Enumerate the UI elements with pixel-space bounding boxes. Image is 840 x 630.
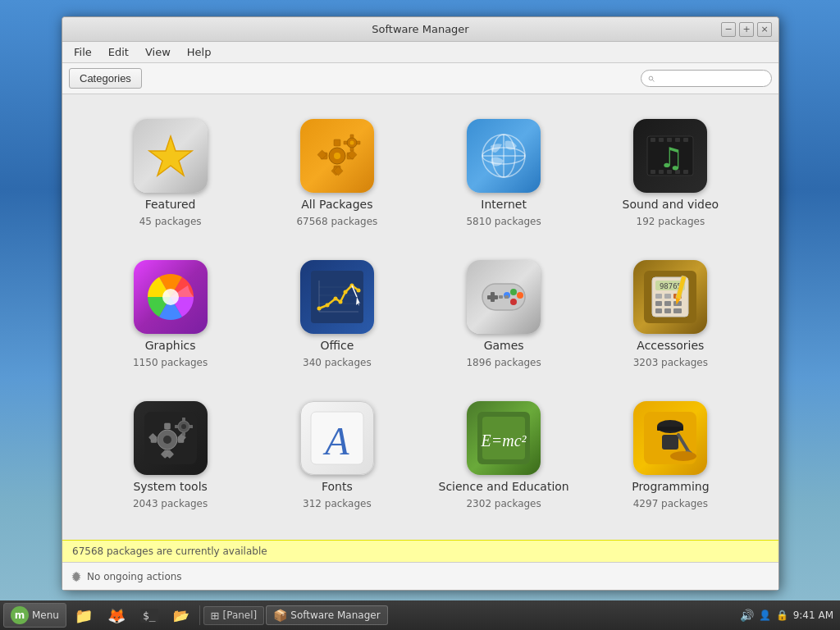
category-icon-science-education: E=mc² — [467, 401, 541, 475]
window-title: Software Manager — [69, 23, 772, 35]
svg-rect-34 — [683, 170, 688, 174]
svg-point-57 — [510, 299, 517, 305]
titlebar-controls: − + × — [721, 22, 772, 37]
category-item-featured[interactable]: Featured 45 packages — [95, 111, 245, 235]
category-item-graphics[interactable]: Graphics 1150 packages — [95, 252, 245, 377]
category-item-programming[interactable]: Programming 4297 packages — [596, 393, 746, 518]
menu-view[interactable]: View — [139, 44, 177, 60]
svg-rect-101 — [662, 435, 678, 450]
category-name-system-tools: System tools — [133, 480, 207, 493]
minimize-button[interactable]: − — [721, 22, 736, 37]
svg-point-78 — [163, 436, 171, 444]
app-icon: 📦 — [273, 609, 287, 622]
category-icon-accessories: 98765 — [633, 260, 707, 334]
maximize-button[interactable]: + — [739, 22, 754, 37]
network-icon[interactable]: 🔊 — [740, 609, 754, 622]
svg-rect-54 — [487, 295, 498, 299]
category-item-office[interactable]: Office 340 packages — [262, 252, 412, 377]
software-manager-window: Software Manager − + × File Edit View He… — [62, 16, 779, 591]
taskbar: m Menu 📁 🦊 $_ 📂 ⊞ [Panel] 📦 Software Man… — [0, 600, 840, 630]
search-input[interactable] — [658, 72, 765, 84]
firefox-icon: 🦊 — [107, 607, 126, 624]
svg-point-50 — [356, 289, 360, 293]
svg-rect-68 — [655, 301, 662, 306]
category-count-featured: 45 packages — [139, 216, 202, 227]
svg-point-14 — [349, 141, 354, 145]
category-icon-fonts: A — [300, 401, 374, 475]
close-button[interactable]: × — [757, 22, 772, 37]
taskbar-terminal-button[interactable]: $_ — [134, 606, 165, 625]
category-name-science-education: Science and Education — [439, 480, 569, 493]
svg-rect-65 — [655, 294, 662, 299]
toolbar: Categories — [62, 63, 778, 94]
category-name-programming: Programming — [632, 480, 709, 493]
taskbar-filemanager-button[interactable]: 📁 — [68, 605, 99, 627]
svg-rect-73 — [673, 308, 682, 313]
svg-point-44 — [317, 307, 321, 311]
svg-point-48 — [343, 290, 347, 294]
taskbar-panel-button[interactable]: ⊞ [Panel] — [203, 606, 265, 625]
svg-point-45 — [325, 304, 329, 308]
category-count-graphics: 1150 packages — [133, 357, 208, 368]
category-count-all-packages: 67568 packages — [296, 216, 377, 227]
category-item-science-education[interactable]: E=mc² Science and Education 2302 package… — [429, 393, 579, 518]
gear-icon — [71, 571, 82, 582]
category-item-fonts[interactable]: A Fonts 312 packages — [262, 393, 412, 518]
svg-rect-16 — [350, 148, 354, 151]
taskbar-separator-1 — [199, 605, 200, 625]
menu-edit[interactable]: Edit — [102, 44, 135, 60]
svg-text:A: A — [322, 419, 349, 463]
svg-rect-79 — [164, 423, 170, 429]
category-grid: Featured 45 packages — [95, 111, 746, 518]
svg-point-88 — [181, 424, 186, 429]
category-name-sound-video: Sound and video — [623, 198, 719, 211]
categories-button[interactable]: Categories — [69, 68, 142, 89]
category-item-sound-video[interactable]: ♫ Sound and video 192 packages — [596, 111, 746, 235]
svg-point-0 — [649, 76, 653, 80]
volume-icon[interactable]: 🔒 — [776, 609, 788, 621]
svg-rect-69 — [664, 301, 671, 306]
category-item-games[interactable]: Games 1896 packages — [429, 252, 579, 377]
taskbar-app-label: Software Manager — [290, 609, 380, 621]
svg-point-47 — [338, 300, 342, 304]
category-icon-programming — [633, 401, 707, 475]
svg-rect-60 — [504, 295, 509, 299]
svg-rect-100 — [657, 427, 683, 431]
svg-rect-91 — [175, 425, 178, 428]
category-count-sound-video: 192 packages — [637, 216, 705, 227]
terminal-icon: $_ — [140, 609, 158, 623]
taskbar-menu-button[interactable]: m Menu — [3, 603, 66, 628]
category-item-internet[interactable]: Internet 5810 packages — [429, 111, 579, 235]
mint-logo: m — [11, 606, 29, 624]
taskbar-active-app[interactable]: 📦 Software Manager — [266, 605, 387, 625]
svg-point-4 — [334, 153, 340, 159]
svg-rect-59 — [499, 295, 503, 299]
svg-rect-66 — [664, 294, 671, 299]
category-icon-internet — [467, 119, 541, 193]
svg-point-104 — [670, 451, 696, 461]
bottom-status: No ongoing actions — [87, 571, 182, 582]
category-icon-graphics — [134, 260, 208, 334]
svg-rect-25 — [651, 138, 655, 142]
svg-point-56 — [517, 292, 523, 299]
category-name-all-packages: All Packages — [301, 198, 372, 211]
category-name-games: Games — [484, 339, 524, 352]
category-item-system-tools[interactable]: System tools 2043 packages — [95, 393, 245, 518]
panel-label: [Panel] — [223, 609, 258, 621]
taskbar-files-button[interactable]: 📂 — [167, 605, 196, 626]
category-count-science-education: 2302 packages — [466, 498, 541, 509]
category-item-all-packages[interactable]: All Packages 67568 packages — [262, 111, 412, 235]
bottom-bar: No ongoing actions — [62, 562, 778, 590]
menu-file[interactable]: File — [67, 44, 98, 60]
svg-point-37 — [162, 289, 179, 305]
category-name-fonts: Fonts — [322, 480, 353, 493]
taskbar-firefox-button[interactable]: 🦊 — [101, 605, 132, 627]
battery-icon[interactable]: 👤 — [759, 609, 771, 621]
category-item-accessories[interactable]: 98765 — [596, 252, 746, 377]
files-icon: 📂 — [173, 608, 189, 623]
svg-rect-5 — [334, 139, 340, 146]
svg-rect-15 — [350, 135, 354, 138]
category-name-accessories: Accessories — [637, 339, 704, 352]
menu-help[interactable]: Help — [180, 44, 218, 60]
search-box — [641, 70, 772, 87]
